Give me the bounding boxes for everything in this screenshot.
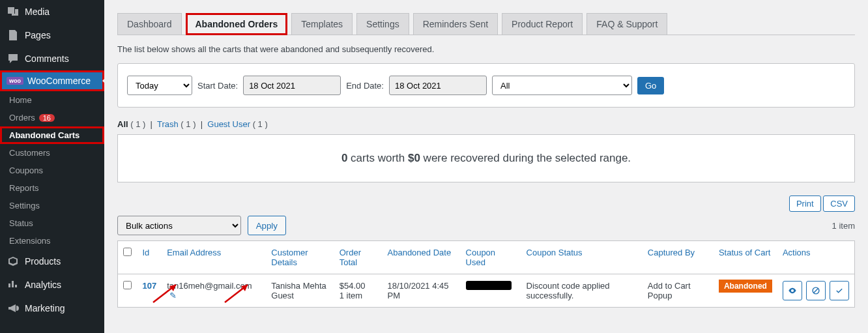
sidebar-item-pages[interactable]: Pages xyxy=(0,23,104,47)
table-row: 107 tan16meh@gmail.com ✎ Tanisha MehtaGu… xyxy=(118,274,855,308)
status-badge: Abandoned xyxy=(719,280,772,293)
coupon-status: Discount code applied successfully. xyxy=(521,274,643,308)
th-id[interactable]: Id xyxy=(137,241,162,274)
tab-templates[interactable]: Templates xyxy=(291,13,353,35)
bulk-action-select[interactable]: Bulk actions xyxy=(117,216,241,235)
block-action[interactable] xyxy=(806,281,826,300)
sidebar-sub-customers[interactable]: Customers xyxy=(0,144,104,162)
summary-box: 0 carts worth $0 were recovered during t… xyxy=(117,134,855,182)
tab-faq-support[interactable]: FAQ & Support xyxy=(586,13,667,35)
view-action[interactable] xyxy=(783,281,802,300)
sidebar-sub-extensions[interactable]: Extensions xyxy=(0,232,104,250)
sidebar-item-comments[interactable]: Comments xyxy=(0,47,104,70)
tab-product-report[interactable]: Product Report xyxy=(502,13,583,35)
sidebar-sub-coupons[interactable]: Coupons xyxy=(0,162,104,179)
orders-badge: 16 xyxy=(39,114,55,122)
subnav-guest[interactable]: Guest User xyxy=(207,119,250,129)
complete-action[interactable] xyxy=(830,281,849,300)
th-date[interactable]: Abandoned Date xyxy=(383,241,461,274)
sidebar-item-analytics[interactable]: Analytics xyxy=(0,273,104,297)
csv-button[interactable]: CSV xyxy=(823,195,855,212)
active-indicator xyxy=(102,76,108,86)
sidebar-sub-settings[interactable]: Settings xyxy=(0,197,104,214)
th-status[interactable]: Status of Cart xyxy=(714,241,777,274)
woo-icon: woo xyxy=(7,77,23,85)
list-subnav: All ( 1 ) | Trash ( 1 ) | Guest User ( 1… xyxy=(117,119,855,129)
orders-table: Id Email Address Customer Details Order … xyxy=(117,240,855,308)
products-icon xyxy=(7,255,20,268)
analytics-icon xyxy=(7,278,20,291)
sidebar-sub-reports[interactable]: Reports xyxy=(0,179,104,197)
status-filter-select[interactable]: All xyxy=(492,76,632,95)
main-content: Dashboard Abandoned Orders Templates Set… xyxy=(104,0,868,333)
sidebar-item-marketing[interactable]: Marketing xyxy=(0,297,104,320)
sidebar-item-products[interactable]: Products xyxy=(0,250,104,273)
customer-name: Tanisha Mehta xyxy=(271,281,326,291)
coupon-redacted xyxy=(466,281,512,290)
sidebar-label: Media xyxy=(25,7,50,17)
th-captured-by[interactable]: Captured By xyxy=(643,241,714,274)
start-date-input[interactable] xyxy=(243,76,341,95)
th-email[interactable]: Email Address xyxy=(162,241,266,274)
th-total[interactable]: Order Total xyxy=(334,241,383,274)
sidebar-sub-abandoned-carts[interactable]: Abandoned Carts xyxy=(0,126,104,144)
admin-sidebar: Media Pages Comments woo WooCommerce Hom… xyxy=(0,0,104,333)
end-date-label: End Date: xyxy=(346,81,384,91)
order-id-link[interactable]: 107 xyxy=(143,281,157,291)
go-button[interactable]: Go xyxy=(637,77,664,94)
tab-abandoned-orders[interactable]: Abandoned Orders xyxy=(186,13,288,35)
media-icon xyxy=(7,5,20,18)
tab-bar: Dashboard Abandoned Orders Templates Set… xyxy=(117,0,855,35)
date-range-select[interactable]: Today xyxy=(127,76,192,95)
subnav-all[interactable]: All xyxy=(117,119,128,129)
sidebar-sub-orders[interactable]: Orders16 xyxy=(0,109,104,126)
print-button[interactable]: Print xyxy=(789,195,821,212)
th-coupon-status[interactable]: Coupon Status xyxy=(521,241,643,274)
apply-button[interactable]: Apply xyxy=(248,216,286,235)
end-date-input[interactable] xyxy=(389,76,487,95)
abandoned-date: 18/10/2021 4:45 PM xyxy=(383,274,461,308)
sidebar-label: Pages xyxy=(25,30,51,40)
edit-icon[interactable]: ✎ xyxy=(169,291,177,300)
filter-bar: Today Start Date: End Date: All Go xyxy=(117,63,855,108)
sidebar-label: Marketing xyxy=(25,303,65,313)
th-coupon-used[interactable]: Coupon Used xyxy=(461,241,521,274)
th-actions: Actions xyxy=(777,241,855,274)
sidebar-item-woocommerce[interactable]: woo WooCommerce xyxy=(0,70,104,91)
subnav-trash[interactable]: Trash xyxy=(157,119,179,129)
bulk-actions-row: Bulk actions Apply 1 item xyxy=(117,216,855,235)
page-description: The list below shows all the carts that … xyxy=(117,44,855,54)
sidebar-sub-status[interactable]: Status xyxy=(0,214,104,232)
start-date-label: Start Date: xyxy=(197,81,238,91)
sidebar-label: Products xyxy=(25,256,61,267)
row-checkbox[interactable] xyxy=(123,281,132,289)
sidebar-label: Analytics xyxy=(25,280,61,290)
svg-line-1 xyxy=(813,289,818,293)
tab-reminders-sent[interactable]: Reminders Sent xyxy=(413,13,498,35)
marketing-icon xyxy=(7,302,20,315)
order-items: 1 item xyxy=(340,291,362,300)
sidebar-label: Comments xyxy=(25,53,69,64)
th-customer[interactable]: Customer Details xyxy=(266,241,334,274)
comment-icon xyxy=(7,52,20,65)
order-total: $54.00 xyxy=(340,281,366,291)
page-icon xyxy=(7,29,20,42)
tab-dashboard[interactable]: Dashboard xyxy=(117,13,182,35)
customer-type: Guest xyxy=(271,291,294,300)
sidebar-sub-home[interactable]: Home xyxy=(0,91,104,109)
item-count: 1 item xyxy=(832,221,855,231)
tab-settings[interactable]: Settings xyxy=(356,13,409,35)
sidebar-label: WooCommerce xyxy=(27,76,91,86)
captured-by: Add to Cart Popup xyxy=(643,274,714,308)
sidebar-item-media[interactable]: Media xyxy=(0,0,104,23)
select-all-checkbox[interactable] xyxy=(123,248,132,256)
email-value: tan16meh@gmail.com xyxy=(167,281,252,291)
